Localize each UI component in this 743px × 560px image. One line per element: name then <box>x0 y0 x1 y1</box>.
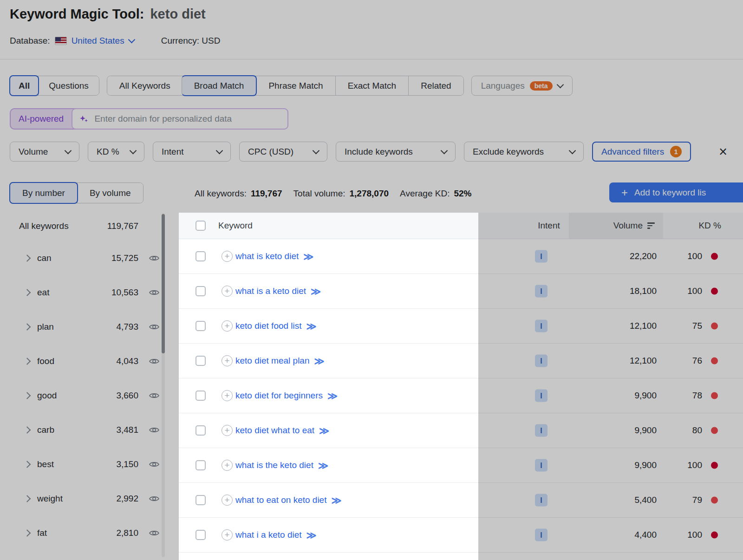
filter-dropdown[interactable]: Include keywords <box>336 142 456 162</box>
clear-filters-icon[interactable]: × <box>719 144 727 159</box>
group-term[interactable]: good <box>37 391 57 401</box>
kd-value: 100 <box>687 460 702 470</box>
group-term[interactable]: eat <box>37 287 49 298</box>
keyword-link[interactable]: keto diet for beginners <box>235 391 323 401</box>
eye-icon[interactable] <box>149 530 159 537</box>
open-keyword-icon[interactable]: ≫ <box>327 391 337 401</box>
eye-icon[interactable] <box>149 392 159 399</box>
add-keyword-icon[interactable]: + <box>222 425 233 436</box>
group-term[interactable]: can <box>37 253 52 263</box>
tab-label: All Keywords <box>119 81 170 91</box>
add-keyword-icon[interactable]: + <box>222 355 233 366</box>
row-checkbox[interactable] <box>196 251 206 261</box>
add-keyword-icon[interactable]: + <box>222 286 233 297</box>
expand-group-icon[interactable] <box>24 529 31 537</box>
open-keyword-icon[interactable]: ≫ <box>306 530 316 540</box>
tab[interactable]: By number <box>9 182 78 204</box>
keyword-link[interactable]: what i a keto diet <box>235 530 302 540</box>
eye-icon[interactable] <box>149 461 159 468</box>
add-keyword-icon[interactable]: + <box>222 390 233 401</box>
open-keyword-icon[interactable]: ≫ <box>314 356 324 366</box>
select-all-checkbox[interactable] <box>196 221 206 231</box>
open-keyword-icon[interactable]: ≫ <box>331 495 341 505</box>
advanced-filters-button[interactable]: Advanced filters 1 <box>592 142 691 162</box>
keyword-table-row: + what i a keto diet ≫ I 4,400 100 <box>179 518 743 553</box>
keyword-link[interactable]: what to eat on keto diet <box>235 495 326 505</box>
expand-group-icon[interactable] <box>24 358 31 365</box>
row-checkbox[interactable] <box>196 391 206 401</box>
keyword-link[interactable]: keto diet what to eat <box>235 425 314 436</box>
open-keyword-icon[interactable]: ≫ <box>303 252 313 261</box>
tab[interactable]: Exact Match <box>335 76 409 95</box>
row-checkbox[interactable] <box>196 495 206 505</box>
open-keyword-icon[interactable]: ≫ <box>318 461 328 470</box>
filter-dropdown[interactable]: CPC (USD) <box>239 142 327 162</box>
sidebar-group-row: good 3,660 <box>10 378 166 413</box>
keyword-table-header: Keyword Intent Volume KD % <box>179 213 743 239</box>
filter-dropdown[interactable]: Volume <box>10 142 79 162</box>
header-kd[interactable]: KD % <box>698 221 721 231</box>
eye-icon[interactable] <box>149 427 159 434</box>
domain-input[interactable] <box>93 113 281 124</box>
expand-group-icon[interactable] <box>24 392 31 399</box>
expand-group-icon[interactable] <box>24 495 31 502</box>
row-checkbox[interactable] <box>196 321 206 331</box>
expand-group-icon[interactable] <box>24 426 31 434</box>
eye-icon[interactable] <box>149 255 159 262</box>
tab[interactable]: Phrase Match <box>256 76 335 95</box>
tab[interactable]: Related <box>408 76 463 95</box>
expand-group-icon[interactable] <box>24 461 31 468</box>
sidebar-scrollbar-thumb[interactable] <box>162 214 165 353</box>
intent-badge: I <box>535 424 547 437</box>
add-keyword-icon[interactable]: + <box>222 460 233 471</box>
group-term[interactable]: weight <box>37 494 63 504</box>
keyword-link[interactable]: what is keto diet <box>235 251 299 261</box>
volume-value: 18,100 <box>630 286 657 296</box>
eye-icon[interactable] <box>149 324 159 331</box>
open-keyword-icon[interactable]: ≫ <box>311 287 320 296</box>
group-term[interactable]: carb <box>37 425 54 435</box>
open-keyword-icon[interactable]: ≫ <box>319 426 329 436</box>
database-selector[interactable]: United States <box>72 36 134 46</box>
row-checkbox[interactable] <box>196 460 206 470</box>
eye-icon[interactable] <box>149 358 159 365</box>
group-term[interactable]: best <box>37 459 54 469</box>
filter-dropdown[interactable]: KD % <box>88 142 144 162</box>
keyword-link[interactable]: what is a keto diet <box>235 286 306 296</box>
row-checkbox[interactable] <box>196 286 206 296</box>
sidebar-all-keywords-row[interactable]: All keywords 119,767 <box>10 211 166 241</box>
filter-dropdown[interactable]: Intent <box>153 142 231 162</box>
filter-dropdown[interactable]: Exclude keywords <box>464 142 584 162</box>
open-keyword-icon[interactable]: ≫ <box>306 321 316 331</box>
keyword-link[interactable]: keto diet food list <box>235 321 302 331</box>
row-checkbox[interactable] <box>196 530 206 540</box>
languages-dropdown[interactable]: Languages beta <box>471 76 573 96</box>
keyword-link[interactable]: what is the keto diet <box>235 460 313 470</box>
add-keyword-icon[interactable]: + <box>222 320 233 332</box>
eye-icon[interactable] <box>149 495 159 502</box>
ai-powered-badge: AI-powered <box>11 109 72 129</box>
add-keyword-icon[interactable]: + <box>222 529 233 540</box>
add-to-keyword-list-button[interactable]: + Add to keyword lis <box>609 182 743 202</box>
group-term[interactable]: food <box>37 356 54 366</box>
tab[interactable]: All <box>9 75 39 96</box>
group-term[interactable]: plan <box>37 322 54 332</box>
tab[interactable]: Broad Match <box>182 75 257 96</box>
tab-label: Broad Match <box>194 81 244 91</box>
tab[interactable]: All Keywords <box>107 76 182 95</box>
row-checkbox[interactable] <box>196 425 206 436</box>
header-volume-label: Volume <box>613 221 643 231</box>
stat-label: Total volume: <box>293 189 345 199</box>
eye-icon[interactable] <box>149 289 159 296</box>
add-keyword-icon[interactable]: + <box>222 251 233 262</box>
expand-group-icon[interactable] <box>24 323 31 331</box>
expand-group-icon[interactable] <box>24 289 31 296</box>
add-keyword-icon[interactable]: + <box>222 495 233 506</box>
row-checkbox[interactable] <box>196 356 206 366</box>
group-term[interactable]: fat <box>37 528 47 538</box>
expand-group-icon[interactable] <box>24 254 31 262</box>
tab[interactable]: Questions <box>38 76 99 95</box>
tab[interactable]: By volume <box>77 183 143 203</box>
header-volume[interactable]: Volume <box>613 221 655 231</box>
keyword-link[interactable]: keto diet meal plan <box>235 356 310 366</box>
